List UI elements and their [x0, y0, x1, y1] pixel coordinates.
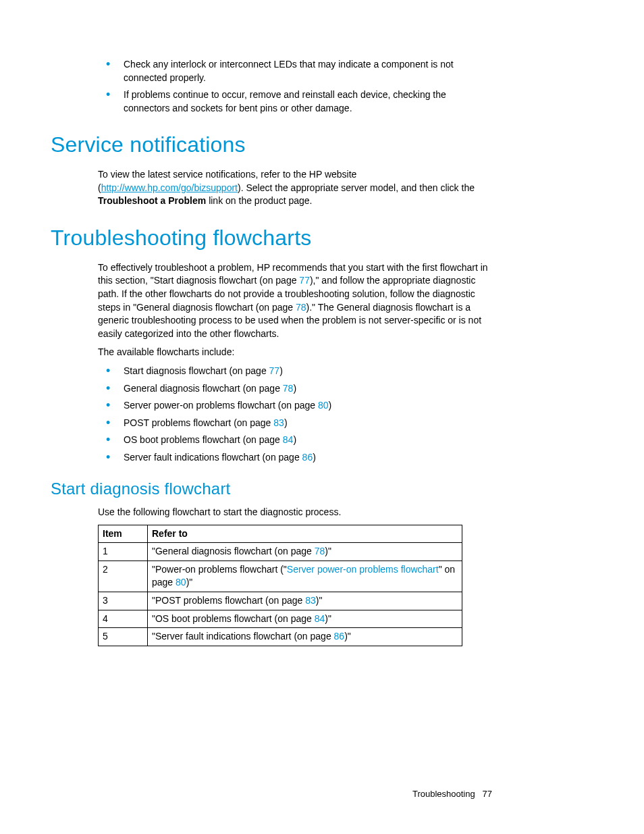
heading-troubleshooting-flowcharts: Troubleshooting flowcharts	[51, 223, 492, 253]
text: "Power-on problems flowchart ("	[152, 564, 287, 575]
list-item: Server fault indications flowchart (on p…	[98, 451, 492, 465]
col-refer-to: Refer to	[148, 525, 462, 543]
text: "General diagnosis flowchart (on page	[152, 546, 315, 556]
text: )	[284, 417, 288, 428]
list-item: Check any interlock or interconnect LEDs…	[98, 58, 492, 84]
page-link[interactable]: 83	[273, 417, 284, 428]
cell-refer: "POST problems flowchart (on page 83)"	[148, 592, 462, 610]
bullet-text: If problems continue to occur, remove an…	[124, 89, 446, 113]
text: )	[329, 400, 332, 411]
intro-bullets-block: Check any interlock or interconnect LEDs…	[98, 58, 492, 115]
text: )"	[186, 577, 193, 588]
cell-item: 1	[99, 543, 148, 561]
flowcharts-list: Start diagnosis flowchart (on page 77) G…	[98, 365, 492, 465]
list-item: Start diagnosis flowchart (on page 77)	[98, 365, 492, 378]
text: Server power-on problems flowchart (on p…	[124, 400, 318, 411]
list-item: POST problems flowchart (on page 83)	[98, 417, 492, 430]
troubleshooting-flowcharts-body: To effectively troubleshoot a problem, H…	[98, 261, 492, 465]
table-row: 5 "Server fault indications flowchart (o…	[99, 628, 462, 646]
table-row: 4 "OS boot problems flowchart (on page 8…	[99, 610, 462, 628]
page-link[interactable]: 83	[305, 595, 316, 606]
cell-item: 3	[99, 592, 148, 610]
page-link-77[interactable]: 77	[299, 275, 310, 286]
page-link[interactable]: 86	[302, 452, 313, 463]
text: )	[279, 365, 283, 376]
page-link[interactable]: 78	[315, 546, 325, 556]
troubleshoot-a-problem-bold: Troubleshoot a Problem	[98, 195, 206, 206]
table-header-row: Item Refer to	[99, 525, 462, 543]
page-link[interactable]: 78	[283, 383, 294, 394]
page-link[interactable]: 86	[334, 631, 345, 642]
table-row: 1 "General diagnosis flowchart (on page …	[99, 543, 462, 561]
page-link-78[interactable]: 78	[296, 302, 306, 313]
footer-section: Troubleshooting	[412, 789, 475, 799]
service-notifications-body: To view the latest service notifications…	[98, 168, 492, 208]
cell-item: 4	[99, 610, 148, 628]
cell-refer: "OS boot problems flowchart (on page 84)…	[148, 610, 462, 628]
page-link[interactable]: 84	[283, 434, 294, 445]
page-footer: Troubleshooting 77	[51, 788, 492, 800]
cell-refer: "General diagnosis flowchart (on page 78…	[148, 543, 462, 561]
page-link[interactable]: 80	[176, 577, 186, 588]
text: Server fault indications flowchart (on p…	[124, 452, 302, 463]
heading-start-diagnosis-flowchart: Start diagnosis flowchart	[51, 477, 492, 500]
cell-refer: "Power-on problems flowchart ("Server po…	[148, 561, 462, 592]
cell-item: 2	[99, 561, 148, 592]
table-row: 3 "POST problems flowchart (on page 83)"	[99, 592, 462, 610]
table-row: 2 "Power-on problems flowchart ("Server …	[99, 561, 462, 592]
text: )	[293, 434, 296, 445]
text: link on the product page.	[206, 195, 312, 206]
text: )"	[325, 546, 331, 556]
text: "POST problems flowchart (on page	[152, 595, 305, 606]
heading-service-notifications: Service notifications	[51, 130, 492, 160]
text: "Server fault indications flowchart (on …	[152, 631, 334, 642]
start-diagnosis-intro: Use the following flowchart to start the…	[98, 506, 492, 519]
bullet-text: Check any interlock or interconnect LEDs…	[124, 59, 454, 83]
text: )"	[325, 613, 331, 624]
list-item: Server power-on problems flowchart (on p…	[98, 399, 492, 413]
flowcharts-paragraph-2: The available flowcharts include:	[98, 346, 492, 359]
text: OS boot problems flowchart (on page	[124, 434, 283, 445]
cell-item: 5	[99, 628, 148, 646]
text: ). Select the appropriate server model, …	[238, 182, 475, 193]
text: POST problems flowchart (on page	[124, 417, 273, 428]
server-power-on-link[interactable]: Server power-on problems flowchart	[287, 564, 439, 575]
start-diagnosis-body: Use the following flowchart to start the…	[98, 506, 492, 646]
footer-page-number: 77	[483, 789, 492, 799]
list-item: OS boot problems flowchart (on page 84)	[98, 434, 492, 447]
text: "OS boot problems flowchart (on page	[152, 613, 315, 624]
cell-refer: "Server fault indications flowchart (on …	[148, 628, 462, 646]
service-notifications-paragraph: To view the latest service notifications…	[98, 168, 492, 208]
page-link[interactable]: 84	[315, 613, 325, 624]
text: Start diagnosis flowchart (on page	[124, 365, 269, 376]
page-link[interactable]: 80	[318, 400, 329, 411]
list-item: General diagnosis flowchart (on page 78)	[98, 382, 492, 396]
reference-table: Item Refer to 1 "General diagnosis flowc…	[98, 525, 462, 646]
bizsupport-link[interactable]: http://www.hp.com/go/bizsupport	[101, 182, 238, 193]
text: )	[293, 383, 296, 394]
list-item: If problems continue to occur, remove an…	[98, 88, 492, 115]
col-item: Item	[99, 525, 148, 543]
text: )	[313, 452, 316, 463]
text: )"	[316, 595, 323, 606]
intro-bullet-list: Check any interlock or interconnect LEDs…	[98, 58, 492, 115]
flowcharts-paragraph-1: To effectively troubleshoot a problem, H…	[98, 261, 492, 341]
text: )"	[344, 631, 351, 642]
page-link[interactable]: 77	[269, 365, 280, 376]
text: General diagnosis flowchart (on page	[124, 383, 283, 394]
